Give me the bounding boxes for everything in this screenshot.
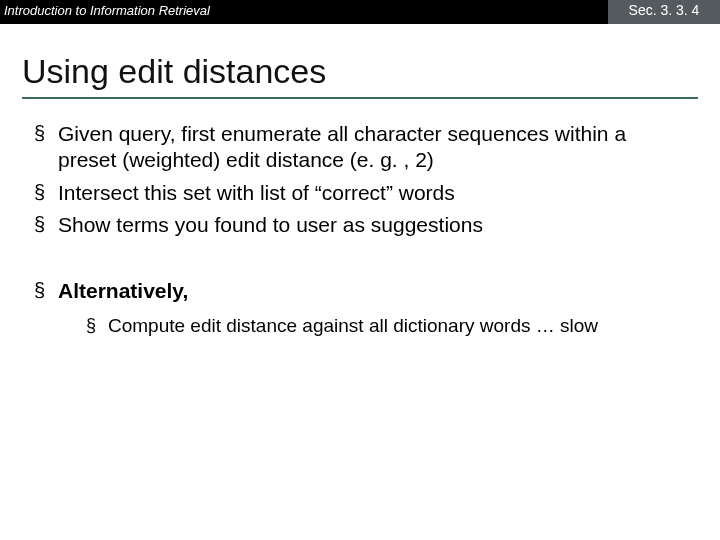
bullet-item: Show terms you found to user as suggesti… (34, 212, 686, 238)
spacer (34, 244, 686, 278)
slide-body: Given query, first enumerate all charact… (34, 121, 686, 338)
alt-sub-item: Compute edit distance against all dictio… (86, 314, 686, 338)
bullet-item: Given query, first enumerate all charact… (34, 121, 686, 174)
course-title: Introduction to Information Retrieval (0, 0, 608, 24)
alt-item: Alternatively, Compute edit distance aga… (34, 278, 686, 338)
section-label: Sec. 3. 3. 4 (608, 0, 720, 24)
slide: Introduction to Information Retrieval Se… (0, 0, 720, 540)
slide-title: Using edit distances (22, 52, 720, 91)
top-bar: Introduction to Information Retrieval Se… (0, 0, 720, 24)
title-underline (22, 97, 698, 99)
bullet-list: Given query, first enumerate all charact… (34, 121, 686, 238)
alt-label: Alternatively, (58, 279, 188, 302)
alt-list: Alternatively, Compute edit distance aga… (34, 278, 686, 338)
alt-sublist: Compute edit distance against all dictio… (86, 314, 686, 338)
bullet-item: Intersect this set with list of “correct… (34, 180, 686, 206)
